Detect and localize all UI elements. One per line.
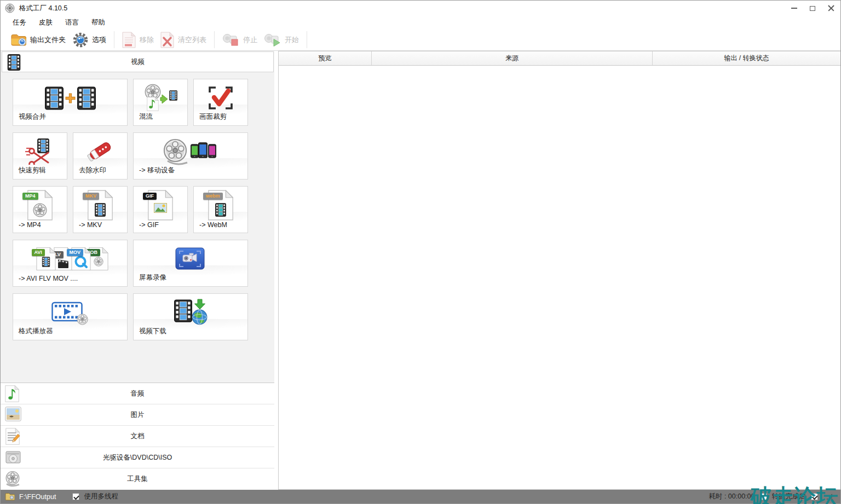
document-icon xyxy=(5,428,20,445)
options-gear-icon xyxy=(72,32,89,48)
screen-record-icon xyxy=(134,242,247,275)
clear-list-icon xyxy=(160,32,175,48)
toolbar-separator xyxy=(214,31,215,48)
picture-icon xyxy=(5,407,21,421)
menu-help[interactable]: 帮助 xyxy=(89,17,107,28)
start-icon xyxy=(264,32,281,47)
options-label: 选项 xyxy=(92,35,106,45)
titlebar: 格式工厂 4.10.5 xyxy=(1,1,840,16)
app-icon xyxy=(5,3,15,13)
statusbar: F:\FFOutput 使用多线程 耗时 : 00:00:00 转换完成后 xyxy=(1,490,840,503)
menu-language[interactable]: 语言 xyxy=(63,17,81,28)
close-button[interactable] xyxy=(822,1,840,16)
menu-skin[interactable]: 皮肤 xyxy=(37,17,55,28)
stop-label: 停止 xyxy=(243,35,257,45)
toolbar: 输出文件夹 选项 移除 xyxy=(1,29,840,51)
stop-icon xyxy=(222,32,240,47)
category-panel: 视频 视频合并 xyxy=(1,51,274,490)
tile-screen-record[interactable]: 屏幕录像 xyxy=(133,240,248,287)
to-webm-icon: webm xyxy=(194,189,247,222)
output-folder-button[interactable]: 输出文件夹 xyxy=(7,33,69,47)
remove-label: 移除 xyxy=(140,35,154,45)
toolbar-separator xyxy=(307,31,307,48)
video-header-label: 视频 xyxy=(131,57,145,67)
plus-icon xyxy=(65,93,76,103)
task-list-body[interactable] xyxy=(279,66,840,489)
tile-label: 视频合并 xyxy=(19,112,46,121)
tile-label: 格式播放器 xyxy=(19,327,53,336)
task-list-header: 预览 来源 输出 / 转换状态 xyxy=(279,51,840,66)
to-avi-flv-mov-icon: AVI FLV xyxy=(13,242,127,275)
category-audio[interactable]: 音频 xyxy=(1,383,274,404)
tile-label: 去除水印 xyxy=(79,166,106,175)
options-button[interactable]: 选项 xyxy=(69,32,110,48)
remove-button[interactable]: 移除 xyxy=(119,32,157,48)
task-list-panel: 预览 来源 输出 / 转换状态 xyxy=(278,51,840,490)
multithread-checkbox[interactable] xyxy=(72,493,79,500)
panel-divider xyxy=(274,51,278,490)
mobile-device-icon xyxy=(134,135,247,168)
audio-icon xyxy=(5,385,19,402)
main-area: 视频 视频合并 xyxy=(1,51,840,490)
tile-video-merge[interactable]: 视频合并 xyxy=(13,79,128,126)
category-header-video[interactable]: 视频 xyxy=(2,51,274,72)
format-player-icon xyxy=(13,296,127,329)
mp4-format-tag: MP4 xyxy=(22,193,38,200)
clear-list-button[interactable]: 清空列表 xyxy=(157,32,210,48)
tile-label: 画面裁剪 xyxy=(199,112,227,121)
to-gif-icon: GIF xyxy=(134,189,187,222)
stop-button[interactable]: 停止 xyxy=(219,32,261,47)
minimize-icon xyxy=(791,8,797,9)
output-folder-label: 输出文件夹 xyxy=(30,35,66,45)
column-header-preview[interactable]: 预览 xyxy=(279,51,372,65)
menubar: 任务 皮肤 语言 帮助 xyxy=(1,16,840,29)
tile-video-download[interactable]: 视频下载 xyxy=(133,293,248,340)
tile-label: -> GIF xyxy=(139,221,159,229)
output-path-folder-icon xyxy=(5,493,15,501)
column-header-output-status[interactable]: 输出 / 转换状态 xyxy=(653,51,840,65)
toolset-icon xyxy=(5,471,21,487)
category-picture[interactable]: 图片 xyxy=(1,404,274,426)
category-label: 工具集 xyxy=(127,474,148,484)
video-tools-area: 视频合并 混流 xyxy=(1,72,274,383)
maximize-button[interactable] xyxy=(803,1,822,16)
tile-label: 混流 xyxy=(139,112,153,121)
tile-to-gif[interactable]: GIF -> GIF xyxy=(133,186,188,233)
category-rom-device[interactable]: 光驱设备\DVD\CD\ISO xyxy=(1,447,274,468)
tile-remove-watermark[interactable]: 去除水印 xyxy=(73,132,128,179)
maximize-icon xyxy=(810,6,815,11)
category-label: 光驱设备\DVD\CD\ISO xyxy=(103,453,172,462)
tile-to-mkv[interactable]: MKV -> MKV xyxy=(73,186,128,233)
multithread-label: 使用多线程 xyxy=(84,492,118,501)
category-toolset[interactable]: 工具集 xyxy=(1,468,274,490)
start-button[interactable]: 开始 xyxy=(261,32,302,47)
tile-quick-clip[interactable]: 快速剪辑 xyxy=(13,132,67,179)
category-document[interactable]: 文档 xyxy=(1,426,274,447)
tile-to-mp4[interactable]: MP4 -> MP4 xyxy=(13,186,67,233)
menu-task[interactable]: 任务 xyxy=(10,17,28,28)
output-path[interactable]: F:\FFOutput xyxy=(19,493,56,501)
tile-format-player[interactable]: 格式播放器 xyxy=(13,293,128,340)
tile-label: -> 移动设备 xyxy=(139,166,175,175)
remove-watermark-icon xyxy=(73,135,127,168)
tile-to-avi-flv-mov[interactable]: AVI FLV xyxy=(13,240,128,287)
elapsed-time: 耗时 : 00:00:00 xyxy=(708,492,754,501)
remove-icon xyxy=(122,32,136,48)
category-accordion: 音频 图片 xyxy=(1,383,274,490)
tile-mux[interactable]: 混流 xyxy=(133,79,188,126)
minimize-button[interactable] xyxy=(785,1,803,16)
tile-label: -> MP4 xyxy=(19,221,41,229)
tile-label: 快速剪辑 xyxy=(19,166,46,175)
video-download-icon xyxy=(134,296,247,329)
tile-to-webm[interactable]: webm -> WebM xyxy=(193,186,248,233)
tile-mobile-device[interactable]: -> 移动设备 xyxy=(133,132,248,179)
category-label: 音频 xyxy=(131,389,145,398)
start-label: 开始 xyxy=(285,35,299,45)
category-label: 图片 xyxy=(131,410,145,420)
tile-crop[interactable]: 画面裁剪 xyxy=(193,79,248,126)
mov-format-tag: MOV xyxy=(67,249,84,256)
tile-label: 屏幕录像 xyxy=(139,273,166,282)
clear-list-label: 清空列表 xyxy=(178,35,206,45)
category-label: 文档 xyxy=(131,432,145,441)
column-header-source[interactable]: 来源 xyxy=(372,51,653,65)
